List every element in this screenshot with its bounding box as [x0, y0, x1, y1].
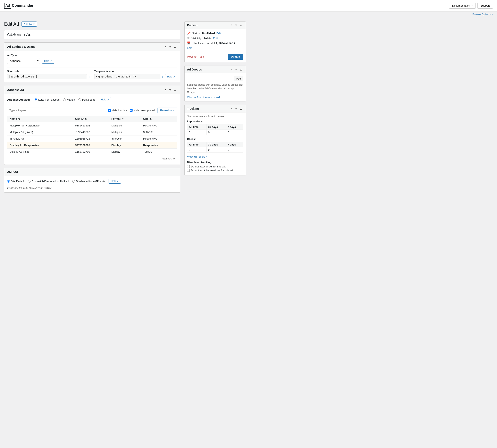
refresh-ads-button[interactable]: Refresh ads	[157, 108, 177, 113]
hide-inactive-checkbox[interactable]	[108, 109, 111, 112]
radio-load-from-account[interactable]: Load from account	[35, 98, 61, 101]
keyword-input[interactable]	[7, 108, 48, 113]
published-edit-link[interactable]: Edit	[187, 46, 243, 49]
imp-header-7days: 7 days	[226, 124, 243, 130]
clk-alltime-value: 0	[187, 147, 206, 153]
amp-radio-disable[interactable]: Disable ad for AMP visits	[72, 180, 106, 183]
adsense-collapse-button[interactable]: ∧	[164, 88, 167, 92]
th-size[interactable]: Size ⇅	[141, 116, 177, 122]
panel-expand-button[interactable]: ∨	[168, 45, 172, 49]
radio-manual-input[interactable]	[63, 98, 66, 101]
main-wrap: Edit Ad Add New Ad Settings & Usage ∧ ∨ …	[0, 17, 250, 200]
amp-radio-disable-input[interactable]	[72, 180, 75, 183]
radio-load-from-account-input[interactable]	[35, 98, 37, 101]
choose-most-used-link[interactable]: Choose from the most used	[187, 96, 220, 99]
groups-desc: Separate groups with commas. Existing gr…	[187, 83, 243, 94]
view-report-link[interactable]: View full report >	[187, 155, 243, 158]
shortcode-field: Shortcode ⬦	[7, 70, 90, 79]
visibility-edit-link[interactable]: Edit	[213, 37, 217, 40]
ad-groups-panel-header: Ad Groups ∧ ∨ ▲	[185, 66, 246, 73]
adsense-panel: AdSense Ad ∧ ∨ ▲ AdSense Ad Mode Load fr…	[4, 86, 180, 165]
status-row: 📌 Status: Published Edit	[187, 32, 243, 35]
clk-7days-value: 0	[226, 147, 243, 153]
publish-fullscreen-button[interactable]: ▲	[239, 23, 243, 27]
table-row[interactable]: Display Ad Responsive3972168785DisplayRe…	[7, 142, 177, 149]
hide-unsupported-checkbox[interactable]	[130, 109, 133, 112]
clk-header-alltime: All time	[187, 142, 206, 147]
ad-groups-panel-title: Ad Groups	[187, 68, 202, 71]
td-size: Responsive	[141, 135, 177, 142]
documentation-button[interactable]: Documentation	[449, 3, 476, 9]
amp-help-button[interactable]: Help	[109, 179, 121, 184]
add-new-button[interactable]: Add New	[21, 21, 37, 27]
page-title-row: Edit Ad Add New	[4, 21, 180, 27]
sidebar-col: Publish ∧ ∨ ▲ 📌 Status: Published Edit 👁…	[184, 21, 246, 196]
td-format: Multiplex	[109, 129, 141, 135]
amp-radio-site-default-input[interactable]	[7, 180, 10, 183]
impressions-section: Impressions: All time 30 days 7 days 0	[187, 120, 243, 135]
amp-panel-title: AMP Ad	[7, 170, 18, 174]
visibility-label: Visibility:	[192, 37, 202, 40]
update-button[interactable]: Update	[228, 54, 243, 60]
amp-radio-site-default[interactable]: Site Default	[7, 180, 25, 183]
ad-type-help-button[interactable]: Help	[42, 59, 54, 64]
ad-groups-collapse-button[interactable]: ∧	[230, 67, 233, 72]
screen-options-button[interactable]: Screen Options ▾	[472, 13, 493, 16]
ad-groups-fullscreen-button[interactable]: ▲	[239, 67, 243, 72]
td-name: In-Article Ad	[7, 135, 73, 142]
ad-groups-panel-body: Add Separate groups with commas. Existin…	[185, 73, 246, 101]
status-edit-link[interactable]: Edit	[217, 32, 221, 35]
table-row[interactable]: Multiplex Ad (Fixed)7692448602Multiplex3…	[7, 129, 177, 135]
tracking-collapse-button[interactable]: ∧	[230, 107, 233, 111]
template-input[interactable]	[94, 74, 160, 79]
add-group-button[interactable]: Add	[234, 76, 243, 81]
groups-input[interactable]	[187, 76, 232, 81]
disable-impressions-row: Do not track impressions for this ad.	[187, 169, 243, 172]
calendar-icon: 📅	[187, 41, 190, 45]
ad-type-select[interactable]: AdSense Manual Paste Code	[7, 58, 40, 64]
amp-radio-convert-input[interactable]	[28, 180, 31, 183]
adsense-expand-button[interactable]: ∨	[168, 88, 172, 92]
support-button[interactable]: Support	[477, 3, 493, 9]
table-row[interactable]: In-Article Ad1395968728In-articleRespons…	[7, 135, 177, 142]
disable-clicks-checkbox[interactable]	[187, 165, 190, 168]
publish-panel-body: 📌 Status: Published Edit 👁 Visibility: P…	[185, 29, 246, 62]
panel-collapse-button[interactable]: ∧	[164, 45, 167, 49]
sort-format-icon: ▼	[122, 118, 124, 120]
radio-paste-code-input[interactable]	[78, 98, 81, 101]
panel-fullscreen-button[interactable]: ▲	[173, 45, 177, 49]
impressions-header-row: All time 30 days 7 days	[187, 124, 243, 130]
th-format[interactable]: Format ▼	[109, 116, 141, 122]
adsense-fullscreen-button[interactable]: ▲	[173, 88, 177, 92]
adsense-divider	[7, 105, 177, 105]
groups-input-row: Add	[187, 76, 243, 81]
adsense-radio-group: Load from account Manual Paste code	[35, 98, 95, 101]
tracking-expand-button[interactable]: ∨	[234, 107, 238, 111]
th-name[interactable]: Name ⇅	[7, 116, 73, 122]
hide-unsupported-check[interactable]: Hide unsupported	[130, 109, 155, 112]
template-help-button[interactable]: Help	[165, 74, 177, 79]
move-to-trash-link[interactable]: Move to Trash	[187, 55, 204, 58]
disable-impressions-checkbox[interactable]	[187, 169, 190, 172]
table-row[interactable]: Multiplex Ad (Responsive)5886413502Multi…	[7, 122, 177, 129]
help-external-icon	[50, 60, 52, 63]
copy-template-icon[interactable]: ⬦	[162, 75, 164, 79]
radio-paste-code[interactable]: Paste code	[78, 98, 95, 101]
amp-radio-convert[interactable]: Convert AdSense ad to AMP ad	[28, 180, 69, 183]
radio-manual[interactable]: Manual	[63, 98, 76, 101]
th-slot-id[interactable]: Slot ID ⇅	[73, 116, 109, 122]
logo-box: Ad	[4, 3, 11, 9]
amp-help-external-icon	[117, 180, 119, 183]
tracking-fullscreen-button[interactable]: ▲	[239, 107, 243, 111]
ad-title-input[interactable]	[4, 30, 180, 39]
shortcode-input[interactable]	[7, 74, 87, 79]
table-row[interactable]: Display Ad Fixed1158722700Display728x90	[7, 149, 177, 155]
nav-buttons: Documentation Support	[449, 3, 493, 9]
ad-groups-expand-button[interactable]: ∨	[234, 67, 238, 72]
copy-shortcode-icon[interactable]: ⬦	[88, 75, 90, 79]
publish-collapse-button[interactable]: ∧	[230, 23, 233, 27]
publish-expand-button[interactable]: ∨	[234, 23, 238, 27]
ad-settings-panel-body: Ad Type AdSense Manual Paste Code Help	[4, 51, 180, 82]
adsense-help-button[interactable]: Help	[99, 97, 111, 102]
hide-inactive-check[interactable]: Hide inactive	[108, 109, 127, 112]
